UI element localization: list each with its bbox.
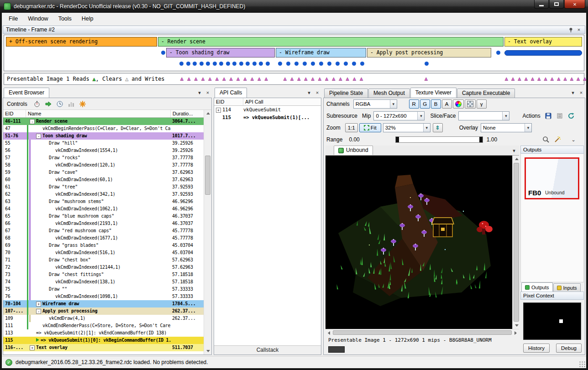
write-triangle-icon[interactable]: ▲ — [544, 74, 547, 84]
timeline-marker-off-screen-scene-rendering[interactable]: + Off-screen scene rendering — [6, 37, 157, 47]
timeline-draw-dot[interactable] — [179, 62, 184, 66]
write-triangle-icon[interactable]: ▲ — [339, 74, 342, 84]
write-triangle-icon[interactable]: ▲ — [325, 74, 328, 84]
export-icon[interactable] — [555, 111, 565, 120]
timeline-draw-dot[interactable] — [327, 62, 331, 66]
tab-inputs[interactable]: Inputs — [553, 283, 581, 292]
texture-horizontal-scrollbar[interactable] — [326, 329, 519, 336]
event-row[interactable]: 73Draw "chest fittings"57.18518 — [3, 271, 204, 278]
scroll-up-icon[interactable] — [204, 110, 212, 117]
write-triangle-icon[interactable]: ▲ — [209, 74, 212, 84]
timeline-draw-dot[interactable] — [200, 62, 204, 66]
zoom-1-1-button[interactable]: 1:1 — [345, 123, 358, 132]
channel-green-button[interactable]: G — [420, 99, 430, 109]
callstack-section[interactable]: Callstack — [214, 345, 321, 354]
timeline-draw-dot[interactable] — [239, 62, 243, 66]
debug-button[interactable]: Debug — [556, 344, 582, 353]
event-row[interactable]: 113=> vkQueueSubmit(2)[1]: vkEndCommandB… — [3, 329, 204, 337]
event-row[interactable]: 56vkCmdDrawIndexed(1554,1)39.25926 — [3, 147, 204, 154]
slice-face-select[interactable]: ▾ — [458, 111, 509, 120]
write-triangle-icon[interactable]: ▲ — [311, 74, 315, 84]
write-triangle-icon[interactable]: ▲ — [318, 74, 321, 84]
close-button[interactable]: × — [564, 0, 585, 9]
timeline-draw-dot[interactable] — [206, 62, 210, 66]
write-triangle-icon[interactable]: ▲ — [425, 74, 428, 84]
write-triangle-icon[interactable]: ▲ — [265, 74, 268, 84]
write-triangle-icon[interactable]: ▲ — [583, 74, 587, 84]
event-row[interactable]: 57Draw "rocks"37.77778 — [3, 154, 204, 162]
timeline-draw-dot[interactable] — [344, 62, 348, 66]
scroll-down-icon[interactable] — [204, 348, 212, 354]
event-row[interactable]: 72vkCmdDrawIndexed(12144,1)57.62963 — [3, 264, 204, 271]
scrollbar-thumb[interactable] — [205, 156, 210, 195]
colorwheel-button[interactable] — [453, 99, 464, 109]
bookmark-icon[interactable] — [78, 99, 88, 109]
event-row[interactable]: 111vkCmdEndRenderPass(C=Store, D=Store, … — [3, 322, 204, 329]
gamma-button[interactable]: γ — [477, 99, 487, 109]
timeline-draw-dot[interactable] — [294, 62, 299, 66]
menu-file[interactable]: File — [4, 14, 23, 24]
event-row[interactable]: 65Draw "blue mushroom caps"46.37037 — [3, 213, 204, 220]
tab-texture-viewer[interactable]: Texture Viewer — [410, 88, 457, 98]
timeline-draw-dot[interactable] — [259, 62, 263, 66]
timeline-collapsed-bar[interactable] — [504, 50, 582, 56]
timeline-draw-dot[interactable] — [336, 62, 340, 66]
save-icon[interactable] — [543, 111, 553, 120]
refresh-icon[interactable] — [566, 111, 576, 120]
tab-api-calls[interactable]: API Calls — [215, 88, 247, 98]
timeline-draw-dot[interactable] — [226, 62, 230, 66]
event-row[interactable]: 75Draw ""57.33333 — [3, 286, 204, 293]
overlay-select[interactable]: None▾ — [481, 123, 532, 132]
write-triangle-icon[interactable]: ▲ — [564, 74, 567, 84]
timeline-draw-dot[interactable] — [286, 62, 290, 66]
api-call-row[interactable]: +114vkQueueSubmit — [214, 106, 321, 114]
maximize-button[interactable] — [549, 0, 564, 9]
pin-icon[interactable] — [567, 26, 574, 33]
event-row[interactable]: 61Draw "tree"37.92593 — [3, 183, 204, 191]
event-row[interactable]: 107-...-Apply post processing262.37... — [3, 307, 204, 315]
write-triangle-icon[interactable]: ▲ — [187, 74, 190, 84]
channel-blue-button[interactable]: B — [431, 99, 441, 109]
channel-alpha-button[interactable]: A — [442, 99, 452, 109]
write-triangle-icon[interactable]: ▲ — [511, 74, 514, 84]
write-triangle-icon[interactable]: ▲ — [577, 74, 580, 84]
scroll-up-icon[interactable] — [513, 156, 520, 162]
range-options-icon[interactable]: ⌄ — [570, 136, 577, 143]
write-triangle-icon[interactable]: ▲ — [244, 74, 247, 84]
tab-pipeline-state[interactable]: Pipeline State — [324, 89, 368, 98]
range-max-handle[interactable] — [479, 137, 483, 142]
history-button[interactable]: History — [523, 344, 550, 353]
range-min-value[interactable]: 0.00 — [349, 136, 359, 143]
timeline-marker-apply-post-processing[interactable]: - Apply post processing — [367, 48, 491, 57]
timeline-draw-dot[interactable] — [213, 62, 217, 66]
tree-expander[interactable]: - — [36, 134, 41, 139]
event-row[interactable]: 46-111-Render scene3064.7... — [3, 118, 204, 125]
write-triangle-icon[interactable]: ▲ — [505, 74, 508, 84]
event-row[interactable]: 109vkCmdDraw(4,1)262.37... — [3, 315, 204, 322]
channels-select[interactable]: RGBA▾ — [353, 99, 397, 109]
timeline-draw-dot[interactable] — [252, 62, 257, 66]
write-triangle-icon[interactable]: ▲ — [290, 74, 294, 84]
event-row[interactable]: 76vkCmdDrawIndexed(1098,1)57.33333 — [3, 293, 204, 300]
write-triangle-icon[interactable]: ▲ — [215, 74, 219, 84]
write-triangle-icon[interactable]: ▲ — [284, 74, 287, 84]
timeline-draw-dot[interactable] — [232, 62, 236, 66]
column-name[interactable]: Name — [26, 110, 171, 117]
texture-image[interactable] — [326, 156, 512, 329]
event-browser-scrollbar[interactable] — [204, 110, 211, 354]
write-triangle-icon[interactable]: ▲ — [194, 74, 198, 84]
column-duration[interactable]: Duratio... — [171, 110, 204, 117]
panel-menu-icon[interactable]: ▾ — [196, 89, 203, 96]
event-row[interactable]: 60vkCmdDrawIndexed(60,1)37.62963 — [3, 176, 204, 183]
pixel-context-view[interactable] — [523, 302, 581, 340]
write-triangle-icon[interactable]: ▲ — [353, 74, 356, 84]
flip-y-button[interactable]: ⇕ — [433, 123, 443, 132]
event-row[interactable]: 69Draw "grass blades"45.03704 — [3, 242, 204, 249]
timeline-draw-dot[interactable] — [352, 62, 356, 66]
range-max-value[interactable]: 1.00 — [487, 136, 497, 143]
write-triangle-icon[interactable]: ▲ — [230, 74, 233, 84]
write-triangle-icon[interactable]: ▲ — [257, 74, 261, 84]
write-triangle-icon[interactable]: ▲ — [531, 74, 534, 84]
panel-close-icon[interactable]: × — [314, 89, 320, 96]
magnifier-icon[interactable] — [541, 135, 551, 144]
